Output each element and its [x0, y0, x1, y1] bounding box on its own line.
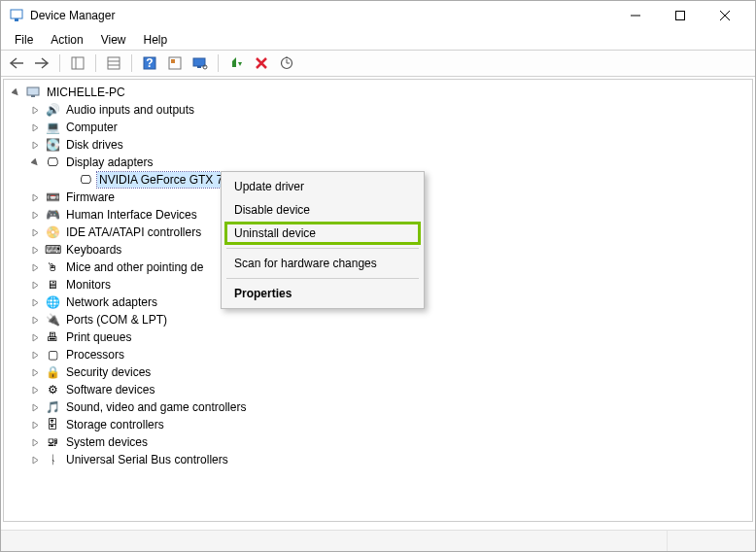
tree-category[interactable]: 🔊Audio inputs and outputs: [8, 101, 752, 119]
tree-category-label: Storage controllers: [64, 417, 166, 432]
tree-category-label: System devices: [64, 434, 150, 450]
tree-category-label: Display adapters: [64, 155, 155, 170]
expand-icon[interactable]: [29, 104, 41, 116]
tree-category[interactable]: 🎵Sound, video and game controllers: [8, 398, 752, 416]
tree-category[interactable]: 🖶Print queues: [8, 328, 752, 346]
expand-icon[interactable]: [29, 139, 41, 151]
tree-category[interactable]: 🗄Storage controllers: [8, 416, 752, 433]
context-menu-item[interactable]: Properties: [224, 282, 421, 305]
expand-icon[interactable]: [29, 226, 41, 238]
status-cell: [668, 531, 755, 551]
tree-spacer: [62, 174, 74, 186]
expand-icon[interactable]: [29, 349, 41, 361]
menu-action[interactable]: Action: [43, 31, 90, 49]
system-icon: 🖳: [45, 434, 60, 450]
context-menu-item[interactable]: Update driver: [224, 175, 421, 198]
collapse-icon[interactable]: [10, 86, 21, 98]
tree-category-label: Disk drives: [64, 137, 125, 153]
expand-icon[interactable]: [29, 366, 41, 378]
tree-category-label: Security devices: [64, 364, 153, 380]
app-icon: [9, 8, 24, 23]
expand-icon[interactable]: [29, 454, 41, 466]
properties-button[interactable]: [102, 52, 125, 74]
toolbar-separator: [131, 54, 132, 72]
tree-category-label: Universal Serial Bus controllers: [64, 452, 230, 467]
monitor-icon: 🖥: [45, 277, 60, 293]
svg-rect-14: [171, 59, 175, 63]
tree-category-label: Ports (COM & LPT): [64, 312, 169, 328]
computer-icon: 💻: [45, 120, 60, 135]
toolbar: ?: [1, 50, 755, 77]
close-button[interactable]: [703, 1, 747, 30]
tree-root[interactable]: MICHELLE-PC: [8, 84, 752, 101]
display-icon: 🖵: [78, 172, 93, 188]
context-menu-item[interactable]: Scan for hardware changes: [224, 252, 421, 275]
expand-icon[interactable]: [29, 261, 41, 273]
window-title: Device Manager: [30, 9, 613, 22]
mouse-icon: 🖱: [45, 259, 60, 275]
printer-icon: 🖶: [45, 329, 60, 345]
collapse-icon[interactable]: [29, 156, 41, 168]
svg-rect-16: [197, 66, 201, 68]
tree-category[interactable]: ᚿUniversal Serial Bus controllers: [8, 451, 752, 468]
expand-icon[interactable]: [29, 121, 41, 133]
disk-icon: 💽: [45, 137, 60, 153]
tree-category[interactable]: ⚙Software devices: [8, 381, 752, 398]
expand-icon[interactable]: [29, 419, 41, 431]
menu-help[interactable]: Help: [136, 31, 176, 49]
expand-icon[interactable]: [29, 296, 41, 308]
svg-rect-20: [31, 95, 35, 97]
forward-button[interactable]: [30, 52, 53, 74]
tree-category-label: Human Interface Devices: [64, 207, 199, 223]
tree-category[interactable]: ▢Processors: [8, 346, 752, 363]
display-icon: 🖵: [45, 155, 60, 170]
tree-root-label: MICHELLE-PC: [45, 85, 127, 100]
titlebar: Device Manager: [1, 1, 755, 30]
help-button[interactable]: ?: [138, 52, 161, 74]
audio-icon: 🔊: [45, 102, 60, 118]
hid-icon: 🎮: [45, 207, 60, 223]
security-icon: 🔒: [45, 364, 60, 380]
context-menu-item[interactable]: Uninstall device: [224, 222, 421, 245]
expand-icon[interactable]: [29, 191, 41, 203]
network-icon: 🌐: [45, 294, 60, 310]
context-menu: Update driverDisable deviceUninstall dev…: [221, 171, 425, 309]
context-menu-separator: [226, 248, 419, 249]
tree-category[interactable]: 🔒Security devices: [8, 363, 752, 381]
tree-category[interactable]: 🔌Ports (COM & LPT): [8, 311, 752, 328]
svg-text:?: ?: [146, 56, 153, 70]
tree-category-label: IDE ATA/ATAPI controllers: [64, 224, 203, 240]
toolbar-separator: [218, 54, 219, 72]
expand-icon[interactable]: [29, 401, 41, 413]
sound-icon: 🎵: [45, 399, 60, 415]
tree-category-label: Network adapters: [64, 294, 159, 310]
expand-icon[interactable]: [29, 244, 41, 256]
scan-hardware-button[interactable]: [189, 52, 212, 74]
tree-category-label: Sound, video and game controllers: [64, 399, 248, 415]
action-button[interactable]: [163, 52, 187, 74]
menu-file[interactable]: File: [7, 31, 41, 49]
tree-category[interactable]: 🖳System devices: [8, 433, 752, 451]
enable-button[interactable]: [224, 52, 248, 74]
tree-category[interactable]: 💻Computer: [8, 119, 752, 136]
show-hide-tree-button[interactable]: [66, 52, 89, 74]
menu-view[interactable]: View: [93, 31, 134, 49]
context-menu-item[interactable]: Disable device: [224, 198, 421, 222]
expand-icon[interactable]: [29, 384, 41, 396]
expand-icon[interactable]: [29, 279, 41, 291]
expand-icon[interactable]: [29, 209, 41, 221]
expand-icon[interactable]: [29, 436, 41, 448]
minimize-button[interactable]: [613, 1, 658, 30]
software-icon: ⚙: [45, 382, 60, 397]
update-driver-button[interactable]: [275, 52, 298, 74]
tree-category[interactable]: 💽Disk drives: [8, 136, 752, 154]
tree-category[interactable]: 🖵Display adapters: [8, 154, 752, 171]
back-button[interactable]: [5, 52, 28, 74]
tree-category-label: Audio inputs and outputs: [64, 102, 196, 118]
uninstall-button[interactable]: [250, 52, 273, 74]
maximize-button[interactable]: [658, 1, 703, 30]
tree-category-label: Computer: [64, 120, 120, 135]
computer-icon: [25, 85, 41, 100]
expand-icon[interactable]: [29, 314, 41, 326]
expand-icon[interactable]: [29, 331, 41, 343]
